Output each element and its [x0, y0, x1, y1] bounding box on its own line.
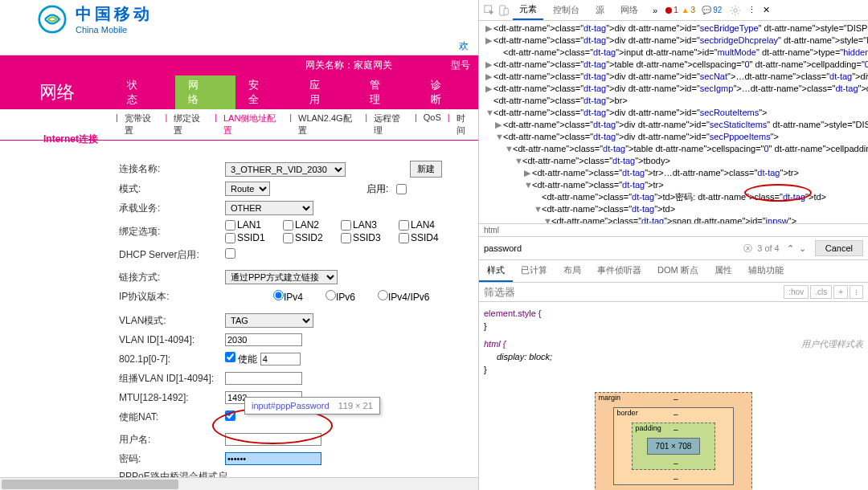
box-model-diagram: margin – border – padding – 701 × 708 – … [479, 381, 868, 490]
nav-title: 网络 [0, 76, 114, 109]
lan4-checkbox[interactable] [399, 220, 409, 231]
username-input[interactable] [225, 433, 321, 446]
devtools-tab-elements[interactable]: 元素 [513, 0, 543, 20]
dhcp-checkbox[interactable] [225, 248, 235, 259]
device-toggle-icon[interactable] [498, 5, 510, 16]
styles-tab-a11y[interactable]: 辅助功能 [740, 260, 792, 282]
more-tabs-icon[interactable]: » [653, 6, 657, 15]
vlan-mode-select[interactable]: TAG [225, 313, 313, 328]
hov-button[interactable]: :hov [784, 285, 809, 299]
message-badge[interactable]: 💬92 [702, 6, 722, 14]
service-label: 承载业务: [119, 202, 225, 215]
mode-select[interactable]: Route [225, 182, 270, 196]
subnav-lan[interactable]: LAN侧地址配置 [219, 109, 288, 140]
inspect-tooltip: input#pppPassword 119 × 21 [244, 397, 380, 414]
ssid3-checkbox[interactable] [341, 233, 351, 243]
dom-breadcrumb[interactable]: html [479, 223, 868, 237]
8021p-input[interactable] [260, 353, 301, 365]
connection-form: 连接名称: 3_OTHER_R_VID_2030 新建 模式: Route 启用… [119, 161, 472, 490]
ssid4-checkbox[interactable] [399, 233, 409, 243]
search-prev-icon[interactable]: ⌃ [784, 243, 796, 254]
ssid2-checkbox[interactable] [283, 233, 293, 243]
model-label: 型号 [451, 59, 478, 72]
logo-text-cn: 中国移动 [76, 3, 153, 25]
svg-point-0 [39, 6, 65, 31]
styles-tab-layout[interactable]: 布局 [555, 260, 589, 282]
dhcp-label: DHCP Server启用: [119, 248, 225, 262]
inspect-icon[interactable] [484, 5, 495, 16]
css-rules-panel[interactable]: element.style { } 用户代理样式表html { display:… [479, 302, 868, 381]
subnav-wlan[interactable]: WLAN2.4G配置 [293, 109, 363, 140]
new-button[interactable]: 新建 [410, 161, 442, 178]
subnav-time[interactable]: 时间 [452, 109, 478, 140]
subnav-broadband[interactable]: 宽带设置 [120, 109, 164, 140]
kebab-menu-icon[interactable]: ⋮ [747, 5, 756, 15]
styles-tab-listeners[interactable]: 事件侦听器 [589, 260, 649, 282]
horizontal-scrollbar[interactable] [0, 477, 478, 490]
gateway-label: 网关名称： [305, 59, 354, 71]
settings-icon[interactable] [730, 5, 741, 16]
nav-tab-status[interactable]: 状 态 [114, 76, 175, 109]
lan2-checkbox[interactable] [283, 220, 293, 231]
devtools-tab-network[interactable]: 网络 [614, 1, 645, 19]
subnav-binding[interactable]: 绑定设置 [169, 109, 213, 140]
subnav-qos[interactable]: QoS [419, 109, 446, 140]
styles-tab-computed[interactable]: 已计算 [513, 260, 555, 282]
mode-label: 模式: [119, 182, 225, 196]
vlan-id-input[interactable] [225, 333, 302, 346]
nav-tab-security[interactable]: 安 全 [235, 76, 297, 109]
mtu-label: MTU[128-1492]: [119, 392, 225, 403]
username-label: 用户名: [119, 433, 225, 447]
lan1-checkbox[interactable] [225, 220, 235, 231]
dom-tree[interactable]: ▶<dt-attr-name">class="dt-tag">div dt-at… [479, 21, 868, 223]
ssid1-checkbox[interactable] [225, 233, 235, 243]
nav-tab-management[interactable]: 管 理 [357, 76, 418, 109]
nav-tab-diagnosis[interactable]: 诊 断 [418, 76, 479, 109]
ipv6-radio[interactable] [326, 290, 336, 300]
add-rule-button[interactable]: + [833, 285, 848, 299]
devtools-tab-sources[interactable]: 源 [589, 1, 611, 19]
nav-tab-application[interactable]: 应 用 [297, 76, 358, 109]
error-badge[interactable]: 1 [665, 6, 678, 14]
search-cancel-button[interactable]: Cancel [815, 240, 863, 256]
subnav-remote[interactable]: 远程管理 [369, 109, 413, 140]
devtools-tab-console[interactable]: 控制台 [547, 1, 586, 19]
password-input[interactable] [225, 452, 321, 465]
nav-tab-network[interactable]: 网 络 [175, 76, 236, 109]
8021p-enable-checkbox[interactable] [225, 352, 235, 362]
more-styles-icon[interactable]: ⫶ [850, 285, 863, 299]
mcast-vlan-input[interactable] [225, 372, 302, 385]
dom-search-bar: ⓧ 3 of 4 ⌃ ⌄ Cancel [479, 237, 868, 260]
main-nav: 网络 状 态 网 络 安 全 应 用 管 理 诊 断 [0, 76, 478, 109]
conn-name-select[interactable]: 3_OTHER_R_VID_2030 [225, 162, 346, 177]
gateway-value: 家庭网关 [354, 59, 392, 71]
styles-tab-breakpoints[interactable]: DOM 断点 [649, 260, 706, 282]
ip-label: IP协议版本: [119, 290, 225, 304]
lan3-checkbox[interactable] [341, 220, 351, 231]
ipv4-radio[interactable] [273, 290, 284, 300]
mcast-vlan-label: 组播VLAN ID[1-4094]: [119, 372, 225, 386]
link-label: 链接方式: [119, 271, 225, 284]
search-next-icon[interactable]: ⌄ [796, 243, 809, 254]
styles-tab-properties[interactable]: 属性 [706, 260, 740, 282]
warning-badge[interactable]: ▲3 [682, 6, 695, 14]
conn-name-label: 连接名称: [119, 162, 225, 176]
8021p-label: 802.1p[0-7]: [119, 353, 225, 365]
service-select[interactable]: OTHER [225, 201, 313, 215]
nat-checkbox[interactable] [225, 410, 235, 421]
bind-label: 绑定选项: [119, 225, 225, 239]
svg-rect-3 [504, 8, 508, 14]
password-label: 密码: [119, 452, 225, 466]
cls-button[interactable]: .cls [810, 285, 832, 299]
styles-tab-styles[interactable]: 样式 [479, 260, 513, 282]
logo-text-en: China Mobile [76, 25, 153, 35]
ipv4v6-radio[interactable] [378, 290, 388, 300]
styles-filter-input[interactable] [484, 286, 782, 298]
nat-label: 使能NAT: [119, 410, 225, 424]
enable-checkbox[interactable] [396, 184, 407, 194]
search-clear-icon[interactable]: ⓧ [743, 243, 752, 255]
dom-search-input[interactable] [484, 243, 743, 253]
close-devtools-icon[interactable]: ✕ [763, 5, 770, 15]
gateway-info-bar: 网关名称：家庭网关 型号 [0, 55, 478, 76]
link-select[interactable]: 通过PPP方式建立链接 [225, 270, 338, 284]
